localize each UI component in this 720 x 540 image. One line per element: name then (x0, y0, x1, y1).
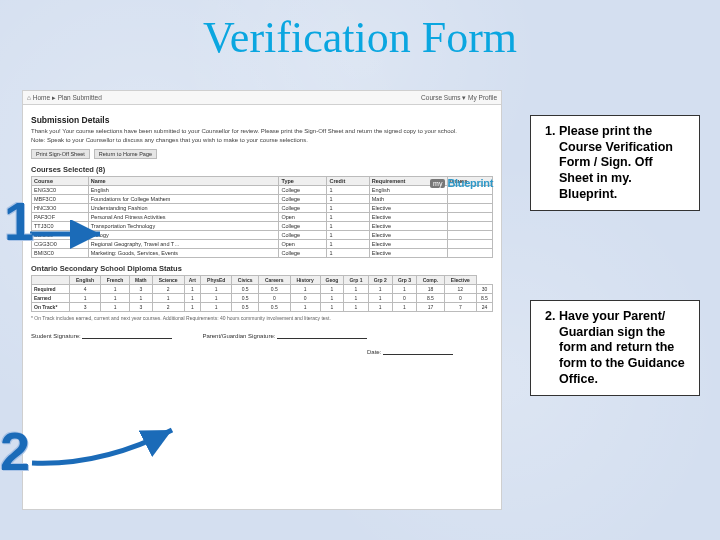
submission-heading: Submission Details (31, 115, 493, 125)
diploma-header: PhysEd (201, 276, 232, 285)
diploma-header: Art (184, 276, 200, 285)
topbar-right-links: Course Sums ▾ My Profile (421, 94, 497, 102)
table-row: HNC3O0Understanding FashionCollege1Elect… (32, 204, 493, 213)
diploma-header: History (290, 276, 320, 285)
diploma-header: Civics (232, 276, 259, 285)
diploma-header: Elective (444, 276, 476, 285)
breadcrumb: Home ▸ Plan Submitted (27, 94, 102, 102)
instruction-2-text: Have your Parent/ Guardian sign the form… (559, 309, 689, 387)
callout-number-1: 1 (4, 190, 34, 252)
logo-blueprint: Blueprint (447, 177, 493, 189)
table-row: BMI3C0Marketing: Goods, Services, Events… (32, 249, 493, 258)
courses-header: Course (32, 177, 89, 186)
diploma-header: Math (130, 276, 152, 285)
parent-signature-line (277, 331, 367, 339)
table-row: Earned1111110.50011108.508.5 (32, 294, 493, 303)
diploma-header: Careers (258, 276, 290, 285)
table-row: On Track*3132110.50.51111117724 (32, 303, 493, 312)
submission-text-1: Thank you! Your course selections have b… (31, 128, 493, 135)
myblueprint-logo: my Blueprint (430, 177, 493, 189)
courses-header: Name (88, 177, 279, 186)
diploma-status-label: Ontario Secondary School Diploma Status (31, 264, 493, 273)
diploma-header: Science (152, 276, 184, 285)
student-signature-line (82, 331, 172, 339)
app-topbar: Home ▸ Plan Submitted Course Sums ▾ My P… (23, 91, 501, 105)
courses-header: Credit (327, 177, 369, 186)
diploma-header: Grp 3 (392, 276, 416, 285)
arrow-1 (22, 220, 112, 250)
diploma-header: Geog (320, 276, 344, 285)
return-home-button[interactable]: Return to Home Page (94, 149, 157, 159)
instruction-box-2: Have your Parent/ Guardian sign the form… (530, 300, 700, 396)
instruction-box-1: Please print the Course Verification For… (530, 115, 700, 211)
print-signoff-button[interactable]: Print Sign-Off Sheet (31, 149, 90, 159)
courses-selected-label: Courses Selected (8) (31, 165, 493, 174)
arrow-2 (22, 418, 182, 478)
diploma-header: English (70, 276, 101, 285)
date-label: Date: (367, 349, 381, 355)
callout-number-2: 2 (0, 420, 30, 482)
submission-text-2: Note: Speak to your Counsellor to discus… (31, 137, 493, 144)
slide-title: Verification Form (0, 12, 720, 63)
courses-header: Type (279, 177, 327, 186)
diploma-header: French (101, 276, 130, 285)
diploma-header: Grp 1 (344, 276, 368, 285)
table-row: MBF3C0Foundations for College MathemColl… (32, 195, 493, 204)
table-row: Required4132110.50.511111181230 (32, 285, 493, 294)
instruction-1-text: Please print the Course Verification For… (559, 124, 689, 202)
signature-area: Student Signature: Parent/Guardian Signa… (31, 331, 493, 355)
diploma-footnote: * On Track includes earned, current and … (31, 315, 493, 321)
student-signature-label: Student Signature: (31, 333, 81, 339)
diploma-header: Comp. (417, 276, 445, 285)
date-line (383, 347, 453, 355)
logo-my: my (430, 179, 445, 188)
diploma-header: Grp 2 (368, 276, 392, 285)
parent-signature-label: Parent/Guardian Signature: (202, 333, 275, 339)
diploma-header (32, 276, 70, 285)
diploma-table: EnglishFrenchMathScienceArtPhysEdCivicsC… (31, 275, 493, 312)
table-row: ENG3C0EnglishCollege1English (32, 186, 493, 195)
